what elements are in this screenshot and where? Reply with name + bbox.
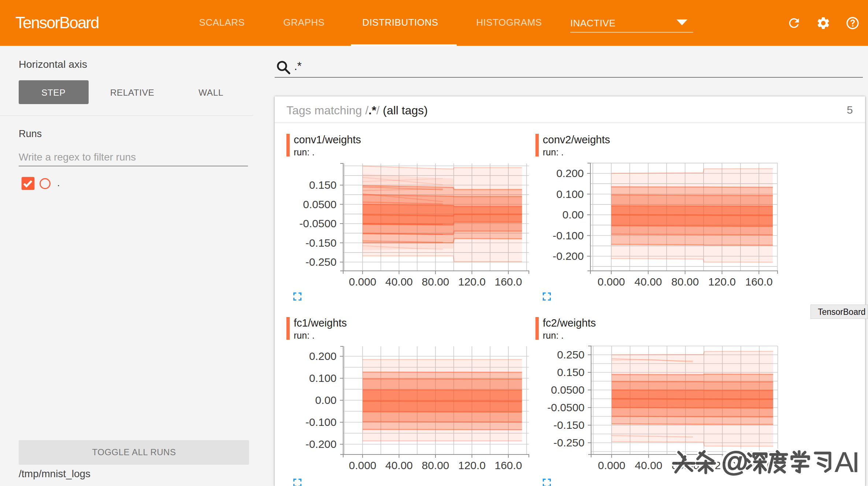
svg-text:0.000: 0.000 — [597, 276, 625, 288]
svg-text:160.0: 160.0 — [494, 459, 522, 471]
svg-text:80.00: 80.00 — [422, 276, 449, 288]
svg-text:@: @ — [721, 448, 749, 477]
svg-text:0.0500: 0.0500 — [551, 384, 585, 396]
svg-text:80.00: 80.00 — [422, 459, 449, 471]
svg-text:120.0: 120.0 — [458, 459, 486, 471]
svg-text:0.250: 0.250 — [557, 349, 585, 361]
svg-text:160.0: 160.0 — [745, 276, 773, 288]
svg-text:0.000: 0.000 — [349, 276, 376, 288]
svg-text:0.100: 0.100 — [309, 372, 337, 384]
svg-text:-0.250: -0.250 — [305, 256, 337, 268]
svg-text:0.00: 0.00 — [315, 394, 337, 406]
svg-text:-0.100: -0.100 — [305, 416, 337, 428]
svg-text:80.00: 80.00 — [671, 276, 699, 288]
svg-text:-0.150: -0.150 — [305, 237, 337, 249]
svg-text:-0.150: -0.150 — [553, 419, 585, 431]
svg-text:0.150: 0.150 — [309, 179, 337, 191]
svg-text:0.200: 0.200 — [556, 167, 584, 179]
svg-text:40.00: 40.00 — [385, 459, 413, 471]
svg-text:0.0500: 0.0500 — [303, 198, 337, 210]
svg-text:0.00: 0.00 — [563, 209, 584, 221]
svg-text:0.000: 0.000 — [598, 459, 625, 471]
svg-text:40.00: 40.00 — [385, 276, 413, 288]
svg-text:AI: AI — [835, 448, 858, 478]
svg-text:40.00: 40.00 — [635, 459, 662, 471]
svg-text:120.0: 120.0 — [458, 276, 486, 288]
svg-text:0.100: 0.100 — [556, 188, 584, 200]
svg-text:0.200: 0.200 — [309, 350, 337, 362]
svg-text:120.0: 120.0 — [708, 276, 736, 288]
svg-text:-0.0500: -0.0500 — [547, 401, 585, 413]
svg-text:-0.250: -0.250 — [553, 437, 585, 449]
svg-text:-0.200: -0.200 — [305, 438, 337, 450]
svg-text:0.150: 0.150 — [557, 366, 585, 378]
svg-text:160.0: 160.0 — [494, 276, 522, 288]
svg-text:-0.0500: -0.0500 — [299, 217, 337, 229]
svg-text:-0.200: -0.200 — [553, 250, 584, 262]
svg-text:-0.100: -0.100 — [553, 229, 584, 242]
svg-text:0.000: 0.000 — [349, 459, 376, 471]
svg-text:40.00: 40.00 — [634, 276, 662, 288]
